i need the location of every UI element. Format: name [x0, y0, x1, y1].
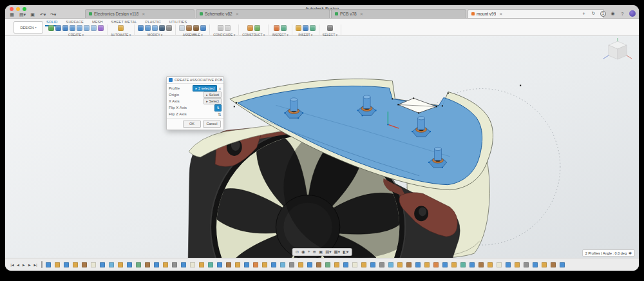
timeline-feature-sketch[interactable]: [244, 262, 249, 267]
timeline-feature-sketch[interactable]: [64, 262, 69, 267]
timeline-feature-extrude[interactable]: [118, 262, 123, 267]
select-icon[interactable]: [327, 25, 333, 31]
configure-icon[interactable]: [218, 25, 223, 31]
model-viewport[interactable]: CREATE ASSOCIATIVE PCB Profile▸2 selecte…: [5, 36, 639, 258]
timeline-feature-plane[interactable]: [253, 262, 258, 267]
move-copy-icon[interactable]: [166, 25, 172, 31]
timeline-feature-extrude[interactable]: [235, 262, 240, 267]
timeline-feature-sketch[interactable]: [100, 262, 105, 267]
job-status-icon[interactable]: 1: [600, 11, 606, 17]
shell-icon[interactable]: [152, 25, 158, 31]
cancel-button[interactable]: Cancel: [203, 121, 221, 128]
document-tab-2[interactable]: Schematic v82 ✕: [196, 9, 330, 18]
ok-button[interactable]: OK: [183, 121, 201, 128]
measure-icon[interactable]: [274, 25, 279, 31]
timeline-feature-fillet[interactable]: [388, 262, 393, 267]
timeline-feature-joint[interactable]: [226, 262, 231, 267]
loft-icon[interactable]: [84, 25, 90, 31]
orbit-icon[interactable]: ⊙: [296, 249, 299, 255]
pan-icon[interactable]: +: [308, 249, 310, 255]
timeline-feature-extrude[interactable]: [424, 262, 430, 267]
flip-icon[interactable]: ⇅: [218, 112, 222, 117]
timeline-feature-component[interactable]: [91, 262, 96, 267]
document-tab-1[interactable]: Electronics Design v118 ✕: [85, 9, 194, 18]
look-at-icon[interactable]: ◉: [301, 249, 305, 255]
as-built-joint-icon[interactable]: [193, 25, 199, 31]
step-back-icon[interactable]: ◀: [16, 263, 20, 267]
close-tab-icon[interactable]: ✕: [499, 12, 502, 16]
timeline-feature-sketch[interactable]: [560, 262, 565, 267]
viewports-icon[interactable]: ◧▾: [343, 249, 348, 255]
close-tab-icon[interactable]: ✕: [236, 12, 239, 16]
extrude-icon[interactable]: [62, 25, 68, 31]
fit-icon[interactable]: ▣: [319, 249, 323, 255]
timeline-feature-extrude[interactable]: [515, 262, 520, 267]
mirror-icon[interactable]: [200, 25, 206, 31]
grid-snaps-icon[interactable]: ▦▾: [334, 249, 340, 255]
display-settings-icon[interactable]: ▤▾: [325, 249, 331, 255]
view-cube[interactable]: [601, 37, 634, 67]
timeline-feature-extrude[interactable]: [163, 262, 168, 267]
timeline-feature-joint[interactable]: [82, 262, 87, 267]
timeline-feature-sketch[interactable]: [533, 262, 538, 267]
section-analysis-icon[interactable]: [281, 25, 287, 31]
timeline-feature-extrude[interactable]: [334, 262, 339, 267]
close-tab-icon[interactable]: ✕: [360, 12, 363, 16]
timeline-feature-sketch[interactable]: [415, 262, 421, 267]
fillet-icon[interactable]: [145, 25, 151, 31]
timeline-feature-extrude[interactable]: [542, 262, 547, 267]
undo-icon[interactable]: ↶▾: [40, 12, 46, 17]
timeline-feature-sketch[interactable]: [307, 262, 312, 267]
timeline-feature-sketch[interactable]: [506, 262, 511, 267]
timeline-feature-sketch[interactable]: [442, 262, 448, 267]
timeline-feature-pattern[interactable]: [136, 262, 141, 267]
timeline-feature-extrude[interactable]: [73, 262, 78, 267]
timeline-feature-extrude[interactable]: [451, 262, 457, 267]
timeline-feature-sketch[interactable]: [271, 262, 276, 267]
timeline-feature-mirror[interactable]: [460, 262, 466, 267]
go-to-start-icon[interactable]: |◀: [10, 263, 14, 267]
canvas-icon[interactable]: [303, 25, 308, 31]
save-icon[interactable]: ▣: [30, 12, 35, 17]
select-chip[interactable]: ▸Select: [204, 92, 222, 98]
sphere-icon[interactable]: [77, 25, 82, 31]
automate-icon[interactable]: [118, 25, 124, 31]
avatar[interactable]: [629, 10, 636, 17]
timeline-feature-sketch[interactable]: [127, 262, 132, 267]
new-tab-icon[interactable]: +: [581, 12, 587, 16]
insert-mesh-icon[interactable]: [310, 25, 316, 31]
timeline-feature-extrude[interactable]: [361, 262, 366, 267]
step-forward-icon[interactable]: ▶: [28, 263, 32, 267]
combine-icon[interactable]: [159, 25, 165, 31]
timeline-feature-extrude[interactable]: [262, 262, 267, 267]
joint-icon[interactable]: [186, 25, 192, 31]
timeline-feature-sketch[interactable]: [154, 262, 159, 267]
timeline-feature-joint[interactable]: [316, 262, 321, 267]
sync-status-icon[interactable]: ↻: [591, 11, 596, 16]
timeline-feature-hole[interactable]: [172, 262, 177, 267]
timeline-feature-extrude[interactable]: [199, 262, 204, 267]
insert-derive-icon[interactable]: [296, 25, 301, 31]
profile-selection-chip[interactable]: ▸2 selected: [193, 85, 217, 92]
file-menu-icon[interactable]: ▤▾: [19, 12, 25, 17]
app-grid-icon[interactable]: ▦: [9, 12, 15, 17]
timeline-playhead[interactable]: [41, 261, 43, 268]
box-icon[interactable]: [55, 25, 61, 31]
go-to-end-icon[interactable]: ▶|: [33, 263, 37, 267]
timeline-feature-joint[interactable]: [145, 262, 150, 267]
timeline-feature-sketch[interactable]: [181, 262, 186, 267]
document-tab-3[interactable]: PCB v78 ✕: [331, 9, 466, 18]
timeline-feature-component[interactable]: [352, 262, 357, 267]
timeline-feature-plane[interactable]: [433, 262, 439, 267]
timeline-feature-hole[interactable]: [289, 262, 294, 267]
timeline-feature-mirror[interactable]: [208, 262, 213, 267]
timeline-feature-joint[interactable]: [478, 262, 484, 267]
help-icon[interactable]: ?: [620, 12, 625, 16]
new-component-icon[interactable]: [179, 25, 185, 31]
configuration-table-icon[interactable]: [225, 25, 231, 31]
select-chip[interactable]: ▸Select: [204, 98, 222, 104]
flip-toggle-on[interactable]: ⇅: [214, 104, 222, 111]
redo-icon[interactable]: ↷▾: [50, 12, 56, 17]
revolve-icon[interactable]: [70, 25, 75, 31]
offset-plane-icon[interactable]: [247, 25, 253, 31]
